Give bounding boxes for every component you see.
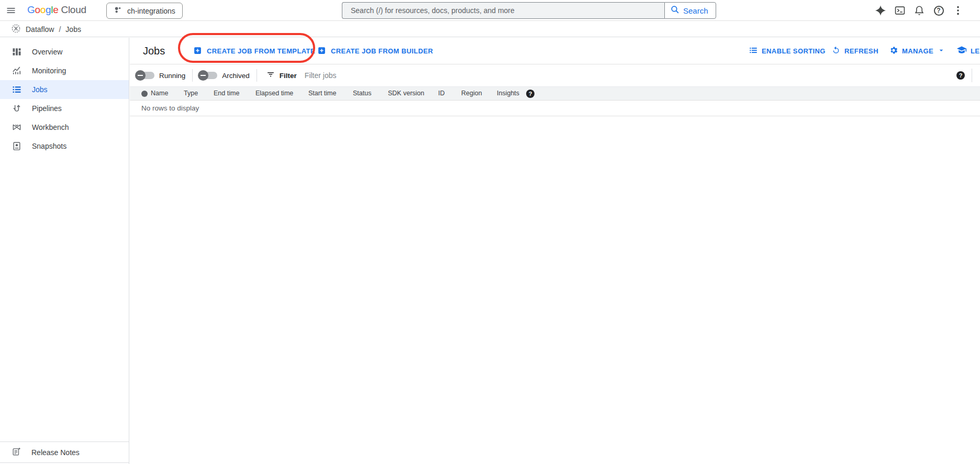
snapshots-icon [12, 141, 22, 151]
learn-button[interactable]: LEARN [956, 38, 980, 64]
sidebar-item-workbench[interactable]: Workbench [0, 118, 129, 137]
project-icon [114, 6, 122, 16]
divider [192, 69, 193, 82]
column-header-sdk-version: SDK version [388, 87, 424, 100]
column-header-status: Status [353, 87, 371, 100]
toggle-knob-icon [135, 70, 146, 81]
add-box-icon [193, 46, 202, 57]
dataflow-icon [11, 24, 21, 35]
cloud-logo-word: Cloud [61, 4, 86, 16]
chevron-down-icon [937, 46, 945, 56]
sidebar-item-jobs[interactable]: Jobs [0, 80, 129, 99]
filter-jobs-input[interactable] [305, 71, 462, 80]
filter-funnel-icon [266, 70, 275, 81]
column-header-elapsed-time: Elapsed time [255, 87, 293, 100]
sidebar-item-label: Snapshots [32, 142, 66, 150]
sidebar-item-pipelines[interactable]: Pipelines [0, 99, 129, 118]
refresh-label: REFRESH [844, 47, 878, 55]
more-options-icon[interactable] [952, 4, 964, 17]
empty-table-message: No rows to display [141, 104, 199, 112]
search-button-label: Search [683, 6, 708, 15]
column-header-end-time: End time [214, 87, 239, 100]
sidebar-item-label: Overview [32, 48, 62, 56]
sidebar-nav: Overview Monitoring Jobs Pipelines Workb… [0, 38, 129, 464]
column-header-name: Name [151, 87, 168, 100]
topbar-icon-group: ? [874, 2, 964, 19]
sidebar-item-overview[interactable]: Overview [0, 42, 129, 61]
gear-icon [889, 46, 898, 57]
breadcrumb: Dataflow / Jobs [0, 21, 980, 37]
running-toggle[interactable] [137, 72, 154, 79]
status-dot-column-icon [141, 91, 148, 97]
create-job-from-template-label: CREATE JOB FROM TEMPLATE [207, 47, 315, 55]
pipelines-icon [12, 103, 22, 114]
learn-label: LEARN [971, 47, 980, 55]
release-notes-icon [12, 447, 21, 458]
main-content: Jobs CREATE JOB FROM TEMPLATE CREATE JOB… [130, 38, 980, 464]
notifications-bell-icon[interactable] [913, 4, 926, 17]
create-job-from-template-button[interactable]: CREATE JOB FROM TEMPLATE [193, 38, 315, 64]
page-title: Jobs [143, 45, 165, 57]
create-job-from-builder-label: CREATE JOB FROM BUILDER [331, 47, 433, 55]
toggle-knob-icon [198, 70, 208, 81]
empty-table-row: No rows to display [130, 101, 980, 116]
archived-toggle-label: Archived [222, 72, 250, 80]
global-search: Search [342, 2, 716, 19]
breadcrumb-current-page[interactable]: Jobs [65, 25, 81, 34]
enable-sorting-label: ENABLE SORTING [762, 47, 826, 55]
project-selector-label: ch-integrations [127, 7, 175, 15]
release-notes-label: Release Notes [31, 448, 80, 457]
jobs-table-header: Name Type End time Elapsed time Start ti… [130, 86, 980, 101]
running-toggle-label: Running [159, 72, 185, 80]
manage-button[interactable]: MANAGE [889, 38, 945, 64]
breadcrumb-product[interactable]: Dataflow [26, 25, 54, 34]
sidebar-item-snapshots[interactable]: Snapshots [0, 137, 129, 156]
column-header-type: Type [184, 87, 198, 100]
divider [972, 69, 972, 82]
sidebar-item-label: Jobs [32, 85, 48, 94]
search-icon [670, 5, 680, 16]
graduation-cap-icon [956, 45, 967, 57]
overview-icon [12, 47, 22, 57]
sort-list-icon [749, 46, 758, 57]
create-job-from-builder-button[interactable]: CREATE JOB FROM BUILDER [317, 38, 433, 64]
top-app-bar: Google Cloud ch-integrations Search ? [0, 0, 980, 21]
page-header: Jobs CREATE JOB FROM TEMPLATE CREATE JOB… [130, 38, 980, 64]
column-header-start-time: Start time [308, 87, 337, 100]
project-selector[interactable]: ch-integrations [106, 3, 183, 19]
divider [257, 69, 257, 82]
filter-label: Filter [280, 72, 297, 80]
filter-chip[interactable]: Filter [266, 70, 297, 81]
monitoring-icon [12, 65, 22, 76]
sidebar-item-label: Pipelines [32, 104, 62, 113]
filter-help-icon[interactable]: ? [956, 71, 965, 80]
add-box-icon [317, 46, 326, 57]
sidebar-spacer [0, 156, 129, 441]
cloud-shell-icon[interactable] [894, 4, 906, 17]
sidebar-item-monitoring[interactable]: Monitoring [0, 61, 129, 80]
help-icon[interactable]: ? [932, 4, 945, 17]
jobs-list-icon [12, 84, 22, 95]
google-cloud-logo[interactable]: Google Cloud [27, 4, 86, 16]
google-logo-word: Google [27, 4, 59, 16]
search-button[interactable]: Search [664, 2, 716, 19]
workbench-icon [12, 122, 22, 132]
gemini-star-icon[interactable] [874, 4, 887, 17]
enable-sorting-button[interactable]: ENABLE SORTING [749, 38, 826, 64]
column-header-id: ID [438, 87, 445, 100]
manage-label: MANAGE [902, 47, 933, 55]
jobs-filter-bar: Running Archived Filter ? [130, 64, 980, 86]
column-header-region: Region [461, 87, 482, 100]
sidebar-item-label: Monitoring [32, 67, 66, 75]
column-header-insights: Insights [497, 87, 519, 100]
refresh-button[interactable]: REFRESH [831, 38, 878, 64]
breadcrumb-separator: / [59, 25, 61, 34]
insights-help-icon[interactable]: ? [526, 90, 534, 98]
sidebar-item-label: Workbench [32, 123, 69, 131]
search-input[interactable] [342, 2, 664, 19]
sidebar-item-release-notes[interactable]: Release Notes [0, 441, 129, 463]
archived-toggle[interactable] [199, 72, 217, 79]
refresh-icon [831, 46, 841, 57]
menu-hamburger-icon[interactable] [4, 4, 18, 17]
